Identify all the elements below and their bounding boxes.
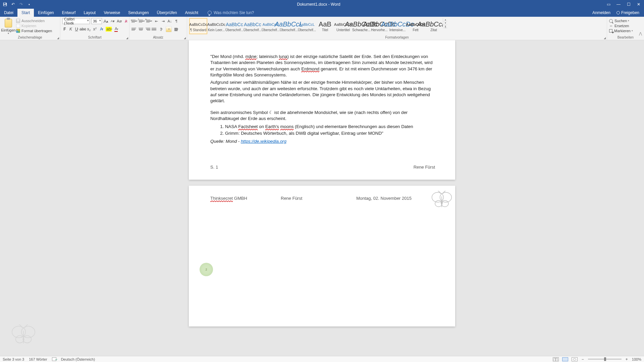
strikethrough-button[interactable]: abc <box>80 26 85 32</box>
increase-indent-button[interactable]: ⇥ <box>160 18 166 24</box>
style-item[interactable]: AaBTitel <box>316 18 334 34</box>
ribbon-tabs: Datei Start Einfügen Entwurf Layout Verw… <box>0 9 644 17</box>
undo-icon[interactable]: ↶ <box>11 2 15 7</box>
close-icon[interactable]: ✕ <box>637 2 641 7</box>
find-button[interactable]: Suchen ▾ <box>609 19 633 23</box>
sign-in-link[interactable]: Anmelden <box>592 10 610 15</box>
font-dialog-launcher-icon[interactable]: ◢ <box>126 37 128 40</box>
search-icon <box>609 19 613 23</box>
svg-rect-1 <box>4 5 6 6</box>
italic-button[interactable]: K <box>68 26 73 32</box>
tab-view[interactable]: Ansicht <box>181 9 202 17</box>
clipboard-dialog-launcher-icon[interactable]: ◢ <box>57 37 59 40</box>
group-font: Calibri (Textk 36 A▴ A▾ Aa▾ A̷ F K U▾ ab… <box>60 17 129 40</box>
grow-font-button[interactable]: A▴ <box>103 18 109 24</box>
share-button[interactable]: Freigeben <box>616 10 639 15</box>
font-color-button[interactable]: A▾ <box>113 26 119 32</box>
copy-button[interactable]: Kopieren <box>16 24 52 28</box>
font-name-combo[interactable]: Calibri (Textk <box>62 18 90 24</box>
font-group-label: Schriftart <box>62 35 127 39</box>
shrink-font-button[interactable]: A▾ <box>110 18 115 24</box>
style-item[interactable]: AaBbCcLÜberschrif... <box>280 18 298 34</box>
justify-button[interactable] <box>152 26 157 32</box>
font-size-combo[interactable]: 36 <box>91 18 102 24</box>
cut-button[interactable]: Ausschneiden <box>16 19 52 23</box>
styles-gallery[interactable]: AaBbCcDc¶ StandardAaBbCcDcKein Leer...Aa… <box>189 18 443 34</box>
style-item[interactable]: AaBbCcDcKein Leer... <box>207 18 225 34</box>
align-left-button[interactable] <box>131 26 137 32</box>
underline-button[interactable]: U▾ <box>74 26 79 32</box>
shading-button[interactable]: ▾ <box>166 26 172 32</box>
align-center-button[interactable] <box>138 26 144 32</box>
paragraph-group-label: Absatz <box>131 35 185 39</box>
scroll-up-icon[interactable]: ▴ <box>443 18 447 21</box>
sort-button[interactable]: A↓ <box>167 18 172 24</box>
group-editing: Suchen ▾ ↔Ersetzen Markieren ▾ Bearbeite… <box>607 17 644 40</box>
tab-design[interactable]: Entwurf <box>58 9 80 17</box>
maximize-icon[interactable]: ☐ <box>627 2 631 7</box>
collapse-ribbon-icon[interactable]: ⋀ <box>639 32 642 36</box>
tab-mailings[interactable]: Sendungen <box>124 9 153 17</box>
cut-icon <box>16 19 20 23</box>
save-icon[interactable] <box>3 2 7 7</box>
highlight-button[interactable]: ab▾ <box>106 26 112 32</box>
tab-references[interactable]: Verweise <box>100 9 124 17</box>
qat-customize-icon[interactable]: ▾ <box>27 2 32 7</box>
quick-access-toolbar: ↶ ↷ ▾ <box>0 2 34 7</box>
replace-button[interactable]: ↔Ersetzen <box>609 24 633 28</box>
select-button[interactable]: Markieren ▾ <box>609 29 633 33</box>
tab-insert[interactable]: Einfügen <box>34 9 58 17</box>
tab-file[interactable]: Datei <box>0 9 17 17</box>
superscript-button[interactable]: x2 <box>93 26 97 32</box>
styles-dialog-launcher-icon[interactable]: ◢ <box>604 37 606 40</box>
paste-label: Einfügen <box>1 28 15 32</box>
editing-group-label: Bearbeiten <box>609 35 642 39</box>
line-spacing-button[interactable]: ‡▾ <box>158 26 164 32</box>
style-item[interactable]: AaBbCcÜberschrif... <box>225 18 244 34</box>
minimize-icon[interactable]: — <box>616 2 621 7</box>
tab-review[interactable]: Überprüfen <box>153 9 181 17</box>
scroll-down-icon[interactable]: ▾ <box>443 21 447 25</box>
style-item[interactable]: AaBbCcLÜberschrif... <box>298 18 316 34</box>
group-paragraph: ▾ ▾ ▾ ⇤ ⇥ A↓ ¶ ‡▾ ▾ ▦▾ Absatz ◢ <box>129 17 187 40</box>
group-styles: AaBbCcDc¶ StandardAaBbCcDcKein Leer...Aa… <box>187 17 607 40</box>
paragraph-dialog-launcher-icon[interactable]: ◢ <box>184 37 186 40</box>
bullets-button[interactable]: ▾ <box>131 18 138 24</box>
paste-icon <box>5 19 12 27</box>
redo-icon[interactable]: ↷ <box>19 2 23 7</box>
text-effects-button[interactable]: A▾ <box>99 26 105 32</box>
align-right-button[interactable] <box>145 26 150 32</box>
style-item[interactable]: AaBbCcDcIntensive... <box>388 18 407 34</box>
ribbon: Einfügen ▼ Ausschneiden Kopieren Format … <box>0 17 644 40</box>
change-case-button[interactable]: Aa▾ <box>117 18 122 24</box>
show-marks-button[interactable]: ¶ <box>174 18 179 24</box>
paste-button[interactable]: Einfügen ▼ <box>2 18 15 35</box>
window-controls: ▭ — ☐ ✕ <box>603 2 644 7</box>
replace-icon: ↔ <box>609 24 613 28</box>
bold-button[interactable]: F <box>62 26 67 32</box>
expand-gallery-icon[interactable]: ▾̲ <box>443 25 447 28</box>
subscript-button[interactable]: x2 <box>87 26 91 32</box>
decrease-indent-button[interactable]: ⇤ <box>154 18 159 24</box>
tell-me-placeholder: Was möchten Sie tun? <box>214 10 254 15</box>
window-title: Dokument1.docx - Word <box>34 2 603 7</box>
tab-home[interactable]: Start <box>17 9 34 17</box>
multilevel-button[interactable]: ▾ <box>146 18 152 24</box>
format-painter-button[interactable]: Format übertragen <box>16 29 52 33</box>
numbering-button[interactable]: ▾ <box>139 18 145 24</box>
lightbulb-icon <box>208 11 212 15</box>
copy-icon <box>16 24 20 28</box>
tab-layout[interactable]: Layout <box>79 9 100 17</box>
clipboard-group-label: Zwischenablage <box>2 35 58 39</box>
style-item[interactable]: AaBbCcDc¶ Standard <box>189 18 207 34</box>
style-item[interactable]: AaBbCcDcZitat <box>425 18 443 34</box>
clear-formatting-button[interactable]: A̷ <box>123 18 129 24</box>
ribbon-display-icon[interactable]: ▭ <box>606 2 610 7</box>
group-clipboard: Einfügen ▼ Ausschneiden Kopieren Format … <box>0 17 60 40</box>
tell-me-search[interactable]: Was möchten Sie tun? <box>208 10 254 17</box>
borders-button[interactable]: ▦▾ <box>173 26 179 32</box>
styles-gallery-more[interactable]: ▴▾▾̲ <box>443 18 447 28</box>
svg-rect-0 <box>4 3 6 4</box>
format-painter-icon <box>16 29 20 33</box>
style-item[interactable]: AaBbCcÜberschrif... <box>244 18 262 34</box>
